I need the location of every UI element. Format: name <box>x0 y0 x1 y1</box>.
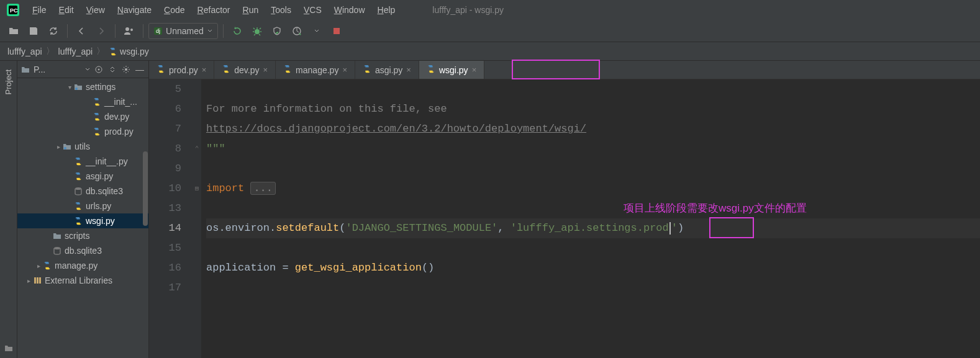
close-icon[interactable]: × <box>263 65 268 74</box>
editor-tab[interactable]: wsgi.py× <box>419 61 484 79</box>
panel-title: P... <box>34 65 81 74</box>
project-tool-window-tab[interactable]: Project <box>2 65 14 99</box>
close-icon[interactable]: × <box>406 65 411 74</box>
breadcrumb-item[interactable]: lufffy_api <box>58 47 93 56</box>
python-file-icon <box>427 65 435 75</box>
breadcrumb-item[interactable]: wsgi.py <box>109 47 149 56</box>
run-mode-icon[interactable] <box>308 22 325 40</box>
fold-strip: ⌃⊞ <box>193 79 201 358</box>
save-icon[interactable] <box>25 22 42 40</box>
menu-bar: PC FileEditViewNavigateCodeRefactorRunTo… <box>0 0 980 20</box>
svg-point-9 <box>98 69 99 70</box>
annotation-text: 项目上线阶段需要改wsgi.py文件的配置 <box>624 199 807 218</box>
tree-item[interactable]: scripts <box>17 228 148 243</box>
back-icon[interactable] <box>73 22 90 40</box>
tree-item[interactable]: ▸External Libraries <box>17 273 148 288</box>
run-config-selector[interactable]: dj Unnamed <box>148 23 218 39</box>
menu-run[interactable]: Run <box>237 2 265 17</box>
py-icon <box>92 127 102 136</box>
svg-rect-15 <box>34 277 36 284</box>
menu-window[interactable]: Window <box>328 2 371 17</box>
svg-point-4 <box>130 29 133 31</box>
tree-item[interactable]: __init__.py <box>17 154 148 169</box>
tree-item[interactable]: asgi.py <box>17 169 148 184</box>
svg-rect-17 <box>39 277 41 284</box>
tree-item[interactable]: dev.py <box>17 109 148 124</box>
locate-icon[interactable] <box>94 65 104 74</box>
profile-icon[interactable] <box>288 22 306 40</box>
menu-vcs[interactable]: VCS <box>297 2 328 17</box>
run-config-label: Unnamed <box>166 26 204 36</box>
svg-point-13 <box>75 187 81 190</box>
chevron-down-icon[interactable] <box>85 67 90 72</box>
chevron-right-icon: 〉 <box>46 46 55 57</box>
editor-area: prod.py×dev.py×manage.py×asgi.py×wsgi.py… <box>149 61 980 358</box>
menu-navigate[interactable]: Navigate <box>111 2 158 17</box>
svg-rect-16 <box>37 277 39 284</box>
py-icon <box>73 157 83 166</box>
debug-icon[interactable] <box>248 22 266 40</box>
editor-tab[interactable]: manage.py× <box>276 61 355 79</box>
refresh-icon[interactable] <box>45 22 62 40</box>
python-file-icon <box>363 65 371 75</box>
coverage-icon[interactable] <box>268 22 286 40</box>
forward-icon[interactable] <box>93 22 110 40</box>
open-icon[interactable] <box>5 22 22 40</box>
side-tabs: Project <box>0 61 17 358</box>
menu-file[interactable]: File <box>26 2 53 17</box>
tree-item[interactable]: prod.py <box>17 124 148 139</box>
tree-item[interactable]: ▸utils <box>17 139 148 154</box>
tree-item[interactable]: __init_... <box>17 94 148 109</box>
db-icon <box>73 187 83 195</box>
users-icon[interactable] <box>120 22 138 40</box>
svg-point-5 <box>255 29 260 34</box>
toolbar: dj Unnamed <box>0 20 980 42</box>
close-icon[interactable]: × <box>342 65 347 74</box>
project-view-icon <box>21 65 30 74</box>
settings-icon[interactable] <box>121 65 131 74</box>
app-icon: PC <box>5 2 21 18</box>
folder-icon[interactable] <box>4 343 14 353</box>
gutter: 56789101314151617 <box>149 79 193 358</box>
tree-item[interactable]: db.sqlite3 <box>17 184 148 199</box>
tree-item[interactable]: wsgi.py <box>17 213 148 228</box>
menu-tools[interactable]: Tools <box>265 2 297 17</box>
svg-point-12 <box>64 147 66 150</box>
close-icon[interactable]: × <box>202 65 207 74</box>
py-icon <box>73 172 83 181</box>
editor-tab[interactable]: asgi.py× <box>355 61 419 79</box>
scrollbar-thumb[interactable] <box>143 151 148 226</box>
expand-all-icon[interactable] <box>107 65 117 74</box>
py-icon <box>92 112 102 121</box>
chevron-right-icon: 〉 <box>96 46 105 57</box>
code-editor[interactable]: 56789101314151617 ⌃⊞ 项目上线阶段需要改wsgi.py文件的… <box>149 79 980 358</box>
menu-help[interactable]: Help <box>371 2 402 17</box>
menu-view[interactable]: View <box>80 2 111 17</box>
python-file-icon <box>283 65 292 75</box>
tree-item[interactable]: urls.py <box>17 199 148 213</box>
menu-refactor[interactable]: Refactor <box>191 2 237 17</box>
panel-header: P... — <box>17 61 148 78</box>
tree-item[interactable]: ▾settings <box>17 79 148 94</box>
menu-code[interactable]: Code <box>158 2 191 17</box>
breadcrumb-item[interactable]: lufffy_api <box>7 47 42 56</box>
editor-tab[interactable]: prod.py× <box>149 61 214 79</box>
breadcrumbs: lufffy_api 〉 lufffy_api 〉 wsgi.py <box>0 42 980 61</box>
stop-icon[interactable] <box>328 22 345 40</box>
rerun-icon[interactable] <box>229 22 246 40</box>
code-content[interactable]: 项目上线阶段需要改wsgi.py文件的配置 For more informati… <box>201 79 980 358</box>
folder-plain-icon <box>52 231 62 240</box>
window-title: lufffy_api - wsgi.py <box>432 5 504 15</box>
editor-tab[interactable]: dev.py× <box>214 61 276 79</box>
close-icon[interactable]: × <box>472 65 477 74</box>
menu-edit[interactable]: Edit <box>53 2 80 17</box>
hide-icon[interactable]: — <box>135 65 145 74</box>
python-file-icon <box>222 65 230 75</box>
lib-icon <box>32 276 42 285</box>
folder-icon <box>73 83 83 91</box>
python-file-icon <box>109 47 117 56</box>
tree-item[interactable]: ▸manage.py <box>17 258 148 273</box>
py-icon <box>73 217 83 225</box>
tree-item[interactable]: db.sqlite3 <box>17 243 148 258</box>
project-tree[interactable]: ▾settings__init_...dev.pyprod.py▸utils__… <box>17 78 148 358</box>
